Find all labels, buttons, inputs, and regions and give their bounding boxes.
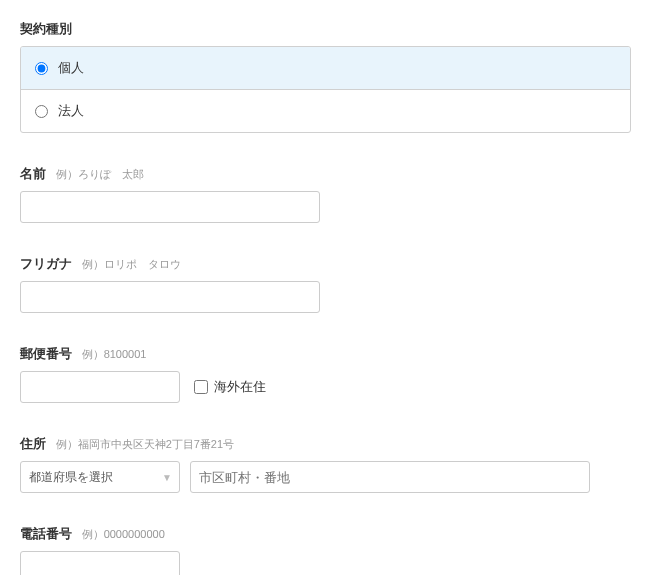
prefecture-select-wrap: 都道府県を選択 ▼ bbox=[20, 461, 180, 493]
furigana-section: フリガナ 例）ロリポ タロウ bbox=[20, 255, 631, 313]
phone-label: 電話番号 bbox=[20, 525, 72, 543]
address-hint: 例）福岡市中央区天神2丁目7番21号 bbox=[56, 438, 234, 450]
city-input[interactable] bbox=[190, 461, 590, 493]
name-input[interactable] bbox=[20, 191, 320, 223]
name-label: 名前 bbox=[20, 165, 46, 183]
furigana-input[interactable] bbox=[20, 281, 320, 313]
contract-type-option-label: 法人 bbox=[58, 102, 84, 120]
overseas-label: 海外在住 bbox=[214, 378, 266, 396]
contract-type-option-corporate[interactable]: 法人 bbox=[21, 90, 630, 132]
phone-hint: 例）0000000000 bbox=[82, 528, 165, 540]
postal-section: 郵便番号 例）8100001 海外在住 bbox=[20, 345, 631, 403]
contract-type-label: 契約種別 bbox=[20, 20, 72, 38]
furigana-label: フリガナ bbox=[20, 255, 72, 273]
address-section: 住所 例）福岡市中央区天神2丁目7番21号 都道府県を選択 ▼ bbox=[20, 435, 631, 493]
postal-input[interactable] bbox=[20, 371, 180, 403]
overseas-checkbox-wrap[interactable]: 海外在住 bbox=[194, 378, 266, 396]
contract-type-radio-group: 個人 法人 bbox=[20, 46, 631, 133]
contract-type-radio-individual[interactable] bbox=[35, 62, 48, 75]
overseas-checkbox[interactable] bbox=[194, 380, 208, 394]
name-section: 名前 例）ろりぽ 太郎 bbox=[20, 165, 631, 223]
postal-label: 郵便番号 bbox=[20, 345, 72, 363]
name-hint: 例）ろりぽ 太郎 bbox=[56, 168, 144, 180]
postal-hint: 例）8100001 bbox=[82, 348, 147, 360]
prefecture-select[interactable]: 都道府県を選択 bbox=[20, 461, 180, 493]
address-label: 住所 bbox=[20, 435, 46, 453]
contract-type-option-label: 個人 bbox=[58, 59, 84, 77]
contract-type-option-individual[interactable]: 個人 bbox=[21, 47, 630, 90]
furigana-hint: 例）ロリポ タロウ bbox=[82, 258, 181, 270]
phone-input[interactable] bbox=[20, 551, 180, 575]
phone-section: 電話番号 例）0000000000 bbox=[20, 525, 631, 575]
contract-type-radio-corporate[interactable] bbox=[35, 105, 48, 118]
contract-type-section: 契約種別 個人 法人 bbox=[20, 20, 631, 133]
